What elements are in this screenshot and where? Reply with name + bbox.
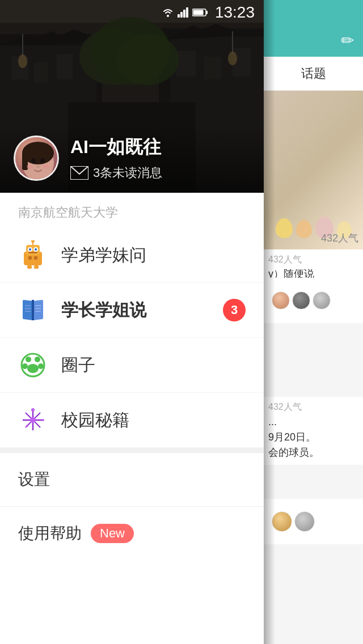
svg-line-61 bbox=[35, 308, 41, 309]
profile-avatar[interactable] bbox=[14, 135, 59, 181]
circle-label: 圈子 bbox=[61, 354, 95, 377]
svg-point-39 bbox=[36, 166, 40, 168]
right-header: ✏ bbox=[264, 0, 363, 57]
svg-line-62 bbox=[35, 311, 41, 312]
svg-rect-54 bbox=[27, 265, 32, 269]
avatar-face bbox=[15, 137, 57, 179]
svg-point-74 bbox=[31, 408, 35, 412]
menu-item-juniors[interactable]: 学弟学妹问 bbox=[0, 228, 264, 283]
battery-icon bbox=[192, 8, 208, 17]
avatar-3 bbox=[313, 291, 331, 310]
svg-point-38 bbox=[40, 158, 45, 164]
divider bbox=[0, 448, 264, 452]
school-label: 南京航空航天大学 bbox=[0, 193, 264, 228]
svg-line-58 bbox=[25, 308, 31, 309]
wifi-icon bbox=[162, 7, 174, 18]
svg-rect-56 bbox=[32, 300, 34, 320]
svg-point-37 bbox=[31, 158, 36, 164]
right-card-1[interactable]: 432人气 bbox=[264, 91, 363, 249]
bottom-text-3: 会的球员。 bbox=[268, 445, 358, 460]
popularity-label-1: 432人气 bbox=[321, 231, 358, 245]
status-icons bbox=[162, 7, 208, 18]
svg-point-0 bbox=[167, 15, 169, 17]
svg-point-67 bbox=[38, 363, 44, 369]
svg-rect-51 bbox=[28, 252, 37, 253]
help-item[interactable]: 使用帮助 New bbox=[0, 506, 264, 560]
svg-point-66 bbox=[22, 363, 28, 369]
robot-icon bbox=[18, 240, 48, 270]
avatars-row-bottom bbox=[268, 509, 318, 534]
book-icon bbox=[18, 295, 48, 325]
avatar-2 bbox=[292, 291, 310, 310]
svg-rect-4 bbox=[186, 7, 188, 18]
svg-rect-1 bbox=[178, 14, 180, 18]
right-popularity-1: 432人气 bbox=[268, 254, 358, 266]
right-card-3 bbox=[264, 278, 363, 323]
svg-point-50 bbox=[31, 240, 35, 243]
svg-point-68 bbox=[27, 364, 39, 373]
avatar-1 bbox=[272, 291, 290, 310]
avatar-bottom-2 bbox=[294, 511, 315, 532]
profile-name: AI一如既往 bbox=[70, 135, 162, 160]
svg-rect-7 bbox=[193, 10, 203, 15]
bottom-text-2: 9月20日。 bbox=[268, 430, 358, 445]
menu-item-circle[interactable]: 圈子 bbox=[0, 338, 264, 393]
tab-topic[interactable]: 话题 bbox=[264, 65, 363, 82]
svg-rect-6 bbox=[206, 11, 208, 14]
drawer-header: AI一如既往 3条未读消息 bbox=[0, 0, 264, 193]
time-display: 13:23 bbox=[215, 3, 255, 22]
seniors-icon bbox=[18, 295, 48, 325]
drawer-menu: 南京航空航天大学 bbox=[0, 193, 264, 644]
svg-point-40 bbox=[27, 164, 33, 169]
right-tab-bar: 话题 bbox=[264, 57, 363, 91]
mail-icon bbox=[70, 166, 88, 180]
secrets-icon bbox=[18, 405, 48, 435]
profile-message[interactable]: 3条未读消息 bbox=[70, 164, 162, 181]
svg-line-59 bbox=[25, 311, 31, 312]
right-popularity-2: 432人气 bbox=[268, 401, 358, 413]
drawer-profile: AI一如既往 3条未读消息 bbox=[0, 124, 264, 193]
drawer-panel: 13:23 bbox=[0, 0, 264, 644]
seniors-badge: 3 bbox=[223, 299, 246, 321]
svg-rect-52 bbox=[28, 256, 32, 260]
message-count-text: 3条未读消息 bbox=[93, 164, 162, 181]
paw-icon bbox=[18, 350, 48, 380]
svg-point-47 bbox=[29, 248, 31, 251]
svg-line-57 bbox=[25, 306, 31, 306]
help-label: 使用帮助 bbox=[18, 523, 82, 544]
status-bar: 13:23 bbox=[0, 0, 264, 25]
svg-point-41 bbox=[43, 164, 49, 169]
svg-rect-3 bbox=[183, 10, 185, 18]
svg-point-48 bbox=[35, 248, 37, 251]
circle-icon bbox=[18, 350, 48, 380]
svg-point-65 bbox=[35, 357, 40, 362]
svg-line-60 bbox=[35, 306, 41, 306]
svg-rect-55 bbox=[34, 265, 39, 269]
svg-rect-53 bbox=[34, 256, 37, 260]
edit-icon[interactable]: ✏ bbox=[341, 31, 354, 50]
avatars-row bbox=[268, 289, 334, 312]
svg-point-75 bbox=[42, 419, 44, 421]
svg-point-76 bbox=[26, 425, 28, 427]
bottom-text-1: ... bbox=[268, 414, 358, 430]
secrets-label: 校园秘籍 bbox=[61, 409, 129, 432]
svg-point-64 bbox=[26, 357, 31, 362]
juniors-icon bbox=[18, 240, 48, 270]
profile-info: AI一如既往 3条未读消息 bbox=[70, 135, 162, 181]
sparkle-icon bbox=[18, 405, 48, 435]
new-badge: New bbox=[91, 524, 134, 543]
juniors-label: 学弟学妹问 bbox=[61, 244, 146, 267]
right-bottom-card[interactable]: 432人气 ... 9月20日。 会的球员。 bbox=[264, 397, 363, 465]
settings-label: 设置 bbox=[18, 469, 50, 490]
svg-point-73 bbox=[30, 417, 36, 423]
seniors-label: 学长学姐说 bbox=[61, 299, 146, 322]
avatar-bottom-1 bbox=[272, 511, 292, 532]
settings-item[interactable]: 设置 bbox=[0, 452, 264, 506]
card-image bbox=[264, 91, 363, 249]
menu-item-secrets[interactable]: 校园秘籍 bbox=[0, 393, 264, 448]
signal-icon bbox=[178, 7, 189, 18]
menu-item-seniors[interactable]: 学长学姐说 3 bbox=[0, 283, 264, 338]
svg-rect-2 bbox=[180, 12, 183, 18]
avatar-svg bbox=[15, 137, 59, 181]
